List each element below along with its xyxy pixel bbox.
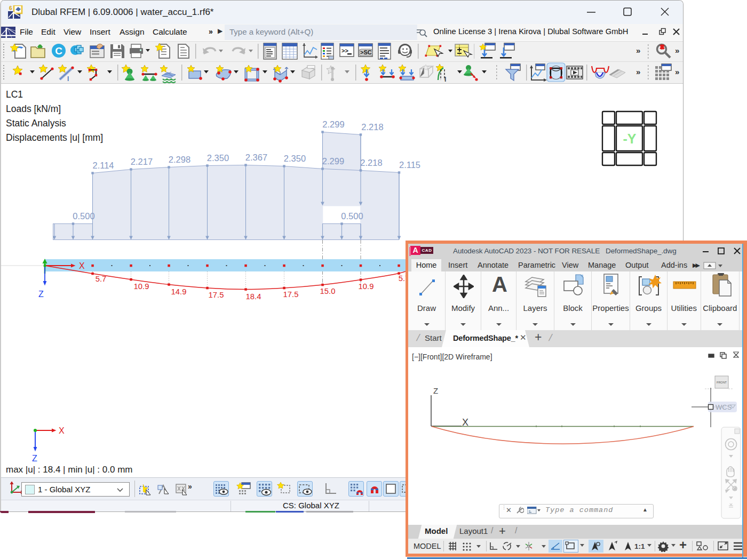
svg-text:10.9: 10.9	[359, 282, 374, 291]
svg-text:C: C	[55, 45, 62, 57]
svg-text:Z: Z	[38, 290, 44, 299]
svg-text:X: X	[79, 261, 85, 270]
svg-text:2.298: 2.298	[169, 155, 190, 164]
svg-text:Z: Z	[433, 386, 438, 395]
svg-text:FRONT: FRONT	[717, 381, 727, 384]
svg-text:2.115: 2.115	[399, 160, 420, 170]
svg-text:18.4: 18.4	[246, 292, 261, 301]
svg-text:>SC: >SC	[360, 49, 372, 55]
svg-text:2.299: 2.299	[322, 119, 344, 129]
svg-text:15.0: 15.0	[320, 287, 336, 295]
svg-text:5.7: 5.7	[96, 275, 107, 283]
svg-text:2.350: 2.350	[284, 154, 306, 163]
svg-text:Z: Z	[32, 454, 37, 463]
svg-text:2.367: 2.367	[245, 153, 267, 162]
svg-text:WCS: WCS	[716, 403, 732, 411]
svg-text:»: »	[675, 67, 679, 76]
svg-text:0.500: 0.500	[73, 211, 94, 221]
svg-text:»: »	[675, 46, 679, 55]
svg-text:10.9: 10.9	[134, 282, 149, 291]
svg-text:»: »	[636, 46, 640, 55]
svg-text:14.9: 14.9	[171, 287, 187, 296]
svg-text:2.114: 2.114	[92, 161, 114, 170]
svg-text:2.218: 2.218	[361, 122, 383, 132]
svg-text:»: »	[636, 67, 640, 76]
svg-text:17.5: 17.5	[283, 290, 299, 299]
svg-text:X: X	[59, 426, 65, 435]
svg-text:-Y: -Y	[623, 131, 637, 146]
svg-text:I: I	[444, 76, 446, 83]
svg-text:I: I	[67, 75, 69, 83]
svg-text:2.350: 2.350	[207, 153, 229, 163]
svg-text:2.299: 2.299	[322, 156, 344, 166]
svg-text:17.5: 17.5	[209, 291, 224, 299]
svg-text:>>: >>	[341, 47, 348, 54]
svg-text:0.500: 0.500	[341, 211, 363, 221]
svg-text:2.217: 2.217	[131, 157, 153, 166]
svg-text:2.218: 2.218	[360, 158, 382, 167]
svg-text:6: 6	[9, 5, 12, 11]
